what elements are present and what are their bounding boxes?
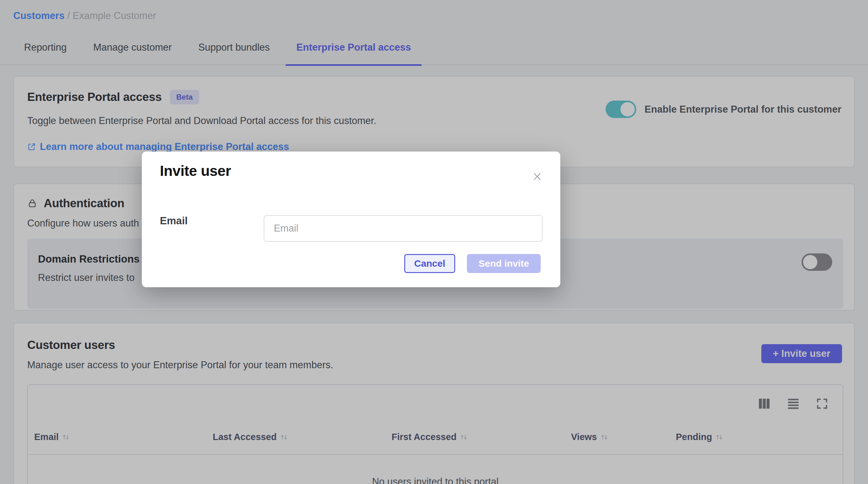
modal-actions: Cancel Send invite — [404, 254, 541, 273]
modal-title: Invite user — [160, 162, 231, 180]
invite-user-modal: Invite user Email Cancel Send invite — [142, 152, 560, 287]
page: Customers / Example Customer Reporting M… — [0, 0, 868, 484]
close-icon[interactable] — [532, 171, 542, 182]
cancel-button[interactable]: Cancel — [404, 254, 455, 273]
email-label: Email — [160, 215, 188, 227]
send-invite-button[interactable]: Send invite — [467, 254, 541, 273]
email-field[interactable] — [264, 215, 542, 242]
